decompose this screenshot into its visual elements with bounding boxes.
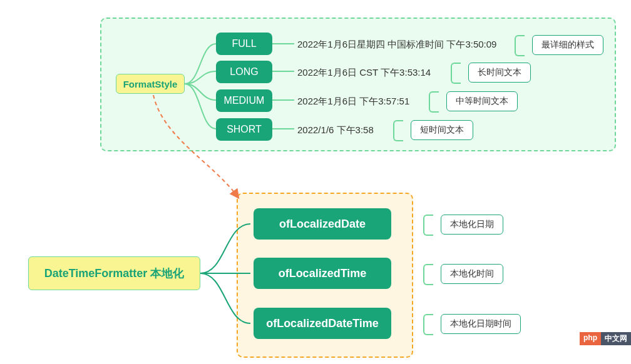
method-pill-datetime: ofLocalizedDateTime [254,308,391,339]
summary-label: 长时间文本 [478,67,521,78]
summary-box-date: 本地化日期 [441,215,503,235]
example-text-short: 2022/1/6 下午3:58 [297,124,374,136]
summary-box-long: 长时间文本 [468,63,531,83]
bracket-icon [423,264,433,285]
summary-label: 短时间文本 [420,124,464,136]
formatstyle-node: FormatStyle [116,74,185,94]
summary-box-datetime: 本地化日期时间 [441,314,521,334]
bracket-icon [451,63,461,84]
example-text-full: 2022年1月6日星期四 中国标准时间 下午3:50:09 [297,39,496,51]
style-pill-label: FULL [232,38,256,49]
style-pill-full: FULL [216,33,272,55]
bracket-icon [393,120,403,141]
example-text-medium: 2022年1月6日 下午3:57:51 [297,96,409,108]
example-text-long: 2022年1月6日 CST 下午3:53:14 [297,67,431,79]
style-pill-medium: MEDIUM [216,89,272,112]
method-label: ofLocalizedDateTime [266,317,379,330]
style-pill-label: MEDIUM [224,95,265,106]
summary-box-medium: 中等时间文本 [446,91,518,111]
summary-label: 本地化日期时间 [450,318,511,330]
formatstyle-label: FormatStyle [123,79,178,89]
summary-box-full: 最详细的样式 [532,35,603,55]
bracket-icon [429,91,439,113]
summary-box-time: 本地化时间 [441,264,503,284]
method-label: ofLocalizedTime [279,267,367,280]
summary-label: 本地化日期 [450,219,494,230]
style-pill-label: LONG [230,66,258,78]
style-pill-long: LONG [216,61,272,83]
bracket-icon [423,215,433,236]
summary-box-short: 短时间文本 [411,120,473,140]
datetimeformatter-node: DateTimeFormatter 本地化 [28,256,200,290]
watermark-left: php [580,332,601,345]
style-pill-short: SHORT [216,118,272,141]
method-pill-time: ofLocalizedTime [254,258,391,289]
watermark: php 中文网 [580,332,631,345]
style-pill-label: SHORT [227,124,262,135]
summary-label: 中等时间文本 [456,96,508,107]
summary-label: 最详细的样式 [541,39,594,51]
datetimeformatter-label: DateTimeFormatter 本地化 [44,266,185,281]
method-label: ofLocalizedDate [279,218,366,231]
watermark-right: 中文网 [601,332,631,345]
summary-label: 本地化时间 [450,268,494,280]
bracket-icon [515,35,525,56]
method-pill-date: ofLocalizedDate [254,208,391,240]
bracket-icon [423,314,433,335]
